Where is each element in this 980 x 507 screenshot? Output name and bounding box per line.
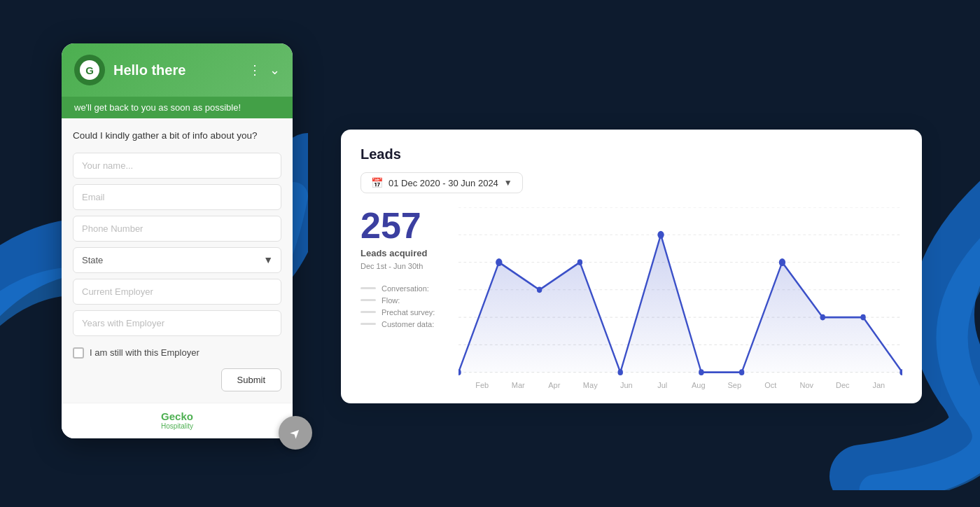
chart-point-nov bbox=[820, 314, 825, 321]
years-input[interactable] bbox=[73, 310, 281, 336]
submit-button[interactable]: Submit bbox=[221, 368, 281, 391]
chat-header: G Hello there ⋮ ⌄ bbox=[62, 43, 293, 97]
legend-line-conversation bbox=[360, 287, 376, 289]
still-employer-checkbox[interactable] bbox=[73, 347, 84, 359]
x-label-feb: Feb bbox=[464, 381, 500, 389]
phone-input[interactable] bbox=[73, 216, 281, 242]
chat-body: Could I kindly gather a bit of info abou… bbox=[62, 118, 293, 403]
date-filter-button[interactable]: 📅 01 Dec 2020 - 30 Jun 2024 ▼ bbox=[360, 172, 523, 193]
chart-point-mar bbox=[496, 258, 502, 266]
chart-point-jun bbox=[617, 369, 622, 375]
chart-point-dec bbox=[860, 314, 865, 321]
state-select[interactable]: State bbox=[73, 247, 281, 273]
chat-question: Could I kindly gather a bit of info abou… bbox=[73, 130, 281, 143]
leads-acquired-label: Leads acquired bbox=[360, 248, 444, 260]
gecko-brand-sub: Hospitality bbox=[161, 423, 193, 430]
calendar-icon: 📅 bbox=[371, 177, 383, 188]
chart-point-jul bbox=[657, 231, 664, 239]
chart-point-sep bbox=[739, 369, 744, 375]
chart-point-aug bbox=[699, 369, 704, 375]
legend-item-customer: Customer data: bbox=[360, 320, 444, 328]
x-label-jul: Jul bbox=[645, 381, 681, 389]
x-label-jun: Jun bbox=[608, 381, 645, 389]
chat-header-actions: ⋮ ⌄ bbox=[248, 62, 280, 78]
leads-legend: Conversation: Flow: Prechat survey: Cust… bbox=[360, 284, 444, 328]
legend-line-flow bbox=[360, 299, 376, 301]
chat-logo: G bbox=[74, 55, 105, 85]
chart-area: 6 5 4 3 2 1 0 bbox=[458, 207, 902, 389]
x-label-oct: Oct bbox=[752, 381, 789, 389]
legend-label-customer: Customer data: bbox=[382, 320, 434, 328]
chart-point-apr bbox=[537, 286, 542, 293]
x-label-dec: Dec bbox=[825, 381, 861, 389]
chart-point-may bbox=[578, 259, 582, 265]
filter-arrow-icon: ▼ bbox=[504, 178, 512, 188]
x-label-mar: Mar bbox=[500, 381, 537, 389]
email-input[interactable] bbox=[73, 184, 281, 210]
submit-row: Submit bbox=[73, 368, 281, 394]
x-label-may: May bbox=[573, 381, 609, 389]
state-select-wrapper: State ▼ bbox=[73, 247, 281, 273]
x-label-nov: Nov bbox=[789, 381, 825, 389]
chart-x-labels: Feb Mar Apr May Jun Jul Aug Sep Oct Nov … bbox=[458, 381, 902, 389]
x-label-aug: Aug bbox=[680, 381, 717, 389]
gecko-brand-name: Gecko bbox=[161, 410, 193, 422]
send-button[interactable]: ➤ bbox=[279, 416, 312, 450]
employer-input[interactable] bbox=[73, 279, 281, 305]
chat-title: Hello there bbox=[113, 62, 240, 78]
date-filter-label: 01 Dec 2020 - 30 Jun 2024 bbox=[388, 178, 498, 188]
chat-subtitle: we'll get back to you as soon as possibl… bbox=[62, 97, 293, 118]
legend-item-prechat: Prechat survey: bbox=[360, 308, 444, 317]
leads-title: Leads bbox=[360, 146, 902, 162]
still-employer-row: I am still with this Employer bbox=[73, 347, 281, 359]
send-icon: ➤ bbox=[286, 424, 304, 442]
more-options-icon[interactable]: ⋮ bbox=[248, 62, 261, 78]
leads-stat: 257 Leads acquired Dec 1st - Jun 30th Co… bbox=[360, 207, 458, 389]
legend-label-conversation: Conversation: bbox=[382, 284, 429, 293]
leads-panel: Leads 📅 01 Dec 2020 - 30 Jun 2024 ▼ 257 … bbox=[341, 130, 922, 403]
legend-label-flow: Flow: bbox=[382, 296, 400, 305]
legend-line-prechat bbox=[360, 311, 376, 313]
gecko-brand: Gecko Hospitality bbox=[161, 410, 193, 430]
chat-footer: Gecko Hospitality bbox=[62, 403, 293, 438]
line-chart: 6 5 4 3 2 1 0 bbox=[458, 207, 902, 375]
chat-logo-letter: G bbox=[80, 60, 99, 80]
leads-number: 257 bbox=[360, 207, 444, 244]
x-label-jan: Jan bbox=[861, 381, 897, 389]
legend-label-prechat: Prechat survey: bbox=[382, 308, 435, 317]
legend-line-customer bbox=[360, 323, 376, 325]
name-input[interactable] bbox=[73, 153, 281, 179]
legend-item-flow: Flow: bbox=[360, 296, 444, 305]
x-label-sep: Sep bbox=[717, 381, 753, 389]
chat-widget: G Hello there ⋮ ⌄ we'll get back to you … bbox=[62, 43, 293, 438]
chevron-down-icon[interactable]: ⌄ bbox=[270, 62, 280, 78]
leads-content: 257 Leads acquired Dec 1st - Jun 30th Co… bbox=[360, 207, 902, 389]
still-employer-label: I am still with this Employer bbox=[90, 347, 200, 358]
x-label-apr: Apr bbox=[536, 381, 573, 389]
leads-date-range: Dec 1st - Jun 30th bbox=[360, 262, 444, 270]
chart-point-oct bbox=[779, 258, 785, 266]
legend-item-conversation: Conversation: bbox=[360, 284, 444, 293]
